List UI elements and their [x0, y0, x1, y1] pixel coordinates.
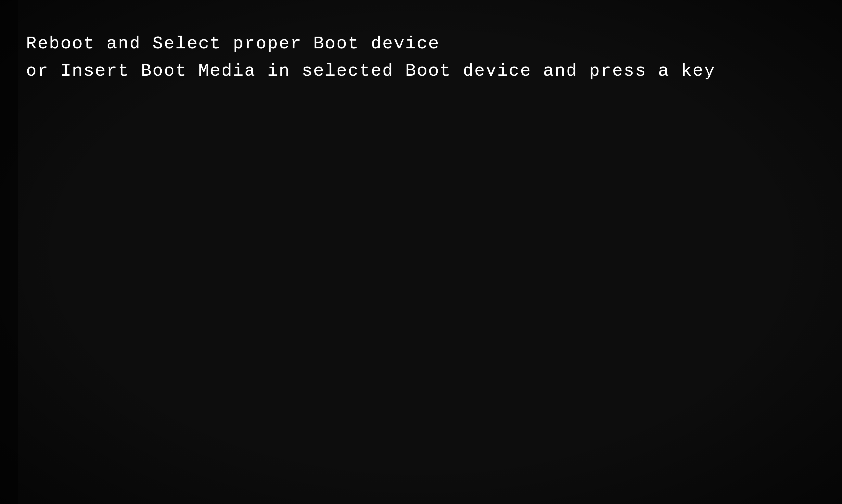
- bios-message-line2: or Insert Boot Media in selected Boot de…: [26, 57, 716, 85]
- bios-message-line1: Reboot and Select proper Boot device: [26, 30, 716, 57]
- bios-screen: Reboot and Select proper Boot device or …: [0, 0, 842, 504]
- bios-message-container: Reboot and Select proper Boot device or …: [0, 0, 716, 85]
